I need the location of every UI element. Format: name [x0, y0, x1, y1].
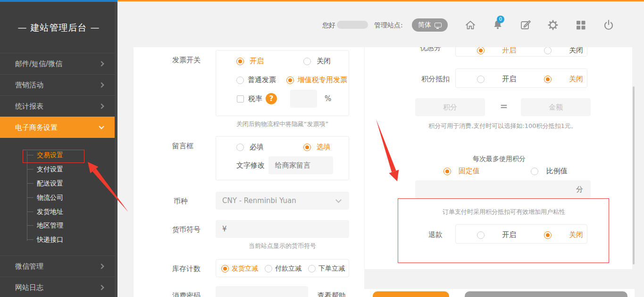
max-points-input[interactable]: 分 [415, 180, 591, 198]
invoice-off-radio[interactable] [303, 58, 311, 65]
trade-settings-form: 发票开关 开启 关闭 普通发票 增值税专用发票 税率 ? % 关闭后 [134, 47, 364, 297]
sidebar-title: — 建站管理后台 — [0, 22, 117, 34]
sidebar-subitem-shipping-address[interactable]: 发货地址 [37, 205, 63, 218]
ratio-value-label: 比例值 [546, 167, 568, 176]
sidebar-item-label: 统计报表 [15, 102, 43, 111]
currency-symbol-label: 货币符号 [172, 225, 201, 234]
points-deduct-label: 积分抵扣 [421, 75, 450, 84]
points-unit-suffix: 分 [576, 185, 583, 194]
sidebar-item-marketing[interactable]: 营销活动 [0, 74, 117, 95]
invoice-switch-label: 发票开关 [172, 56, 201, 65]
greeting-text: 您好 [322, 21, 335, 30]
ratio-value-radio[interactable] [531, 168, 538, 175]
power-icon[interactable] [602, 19, 615, 31]
help-question-icon[interactable]: ? [266, 93, 277, 104]
stock-order-radio[interactable] [308, 265, 316, 272]
points-settings-form: 优惠分 开启 关闭 积分抵扣 开启 关闭 积分 = 金额 积分可用于消费,支付时… [365, 47, 632, 269]
sidebar-item-label: 营销活动 [15, 81, 43, 90]
message-box-label: 留言框 [172, 142, 193, 151]
invoice-on-label: 开启 [250, 57, 264, 66]
equals-sign: = [497, 101, 511, 112]
sidebar-scrollbar[interactable] [115, 2, 117, 297]
save-button[interactable] [373, 291, 449, 297]
sidebar-item-mail-sms-wechat[interactable]: 邮件/短信/微信 [0, 53, 117, 74]
fixed-value-label: 固定值 [459, 167, 480, 176]
currency-value: CNY - Renminbi Yuan [222, 196, 296, 205]
points-usage-note: 积分可用于消费,支付时可以选择如:100积分抵扣1元。 [398, 122, 608, 130]
tax-rate-checkbox[interactable] [237, 95, 244, 102]
max-points-heading: 每次最多使用积分 [412, 155, 586, 163]
stock-ship-radio[interactable] [221, 265, 229, 272]
edit-icon[interactable] [519, 19, 532, 31]
message-required-radio[interactable] [236, 144, 244, 151]
chevron-right-icon [99, 82, 104, 87]
stock-option-group: 发货立减 付款立减 下单立减 [216, 259, 349, 277]
points-deduct-off-radio[interactable] [544, 76, 552, 83]
sidebar-item-label: 网站日志 [15, 283, 43, 292]
message-optional-radio[interactable] [303, 144, 311, 151]
invoice-vat-radio[interactable] [286, 76, 294, 84]
promo-on-label: 开启 [502, 47, 516, 55]
chevron-right-icon [99, 285, 104, 290]
points-deduct-on-label: 开启 [502, 75, 516, 84]
points-deduct-group: 开启 关闭 [455, 68, 587, 88]
cancel-button[interactable] [465, 291, 627, 297]
sidebar-item-label: 微信管理 [15, 262, 43, 271]
gear-icon[interactable] [547, 19, 559, 31]
sidebar-item-site-logs[interactable]: 网站日志 [0, 277, 117, 297]
currency-symbol-input[interactable]: ¥ [216, 220, 349, 238]
promo-option-group: 开启 关闭 [455, 47, 587, 57]
view-help-link[interactable]: 查看帮助 [318, 291, 346, 297]
sidebar-item-ecommerce-settings[interactable]: 电子商务设置 [0, 117, 117, 138]
sidebar-menu-bottom: 微信管理 网站日志 [0, 255, 117, 297]
message-required-label: 必填 [250, 143, 264, 152]
sidebar-menu: 邮件/短信/微信 营销活动 统计报表 电子商务设置 [0, 53, 117, 138]
currency-select[interactable]: CNY - Renminbi Yuan [216, 192, 349, 210]
sidebar-item-wechat-management[interactable]: 微信管理 [0, 255, 117, 277]
refund-label: 退款 [428, 230, 443, 239]
stock-pay-radio[interactable] [265, 265, 272, 272]
chevron-right-icon [99, 103, 104, 109]
home-icon[interactable] [464, 19, 477, 31]
chevron-down-icon [335, 197, 342, 203]
text-edit-label: 文字修改 [236, 161, 265, 170]
invoice-normal-radio[interactable] [236, 76, 244, 84]
refund-on-label: 开启 [502, 230, 516, 239]
top-strip-orange [117, 0, 644, 1]
refund-off-radio[interactable] [544, 231, 552, 239]
consume-password-label: 消费密码 [172, 291, 201, 297]
amount-input[interactable]: 金额 [521, 98, 591, 116]
points-input[interactable]: 积分 [415, 98, 485, 116]
apps-grid-icon[interactable] [575, 19, 587, 31]
promo-on-radio[interactable] [477, 47, 485, 54]
chevron-right-icon [99, 61, 104, 66]
content-scrollbar[interactable] [633, 86, 635, 264]
currency-label: 币种 [174, 197, 188, 206]
notification-badge: 0 [497, 16, 504, 23]
fixed-value-radio[interactable] [443, 168, 451, 175]
points-deduct-off-label: 关闭 [569, 75, 583, 84]
refund-on-radio[interactable] [477, 231, 485, 239]
message-text-input[interactable]: 给商家留言 [268, 156, 333, 174]
promo-off-label: 关闭 [569, 47, 583, 55]
language-switch-button[interactable]: 简体 [412, 18, 448, 32]
sidebar-subitem-logistics-company[interactable]: 物流公司 [37, 191, 63, 204]
invoice-on-radio[interactable] [236, 58, 244, 65]
refund-group: 开启 关闭 [455, 224, 587, 244]
sidebar-subitem-delivery-settings[interactable]: 配送设置 [37, 177, 63, 190]
chevron-down-icon [99, 124, 104, 129]
stock-ship-label: 发货立减 [232, 264, 258, 273]
promo-off-radio[interactable] [544, 47, 552, 54]
sidebar-subitem-express-interface[interactable]: 快递接口 [37, 233, 63, 246]
tax-rate-label: 税率 [248, 94, 262, 103]
annotation-red-box-trade-settings [23, 150, 84, 163]
tax-rate-input[interactable] [290, 90, 317, 108]
sidebar-subitem-payment-settings[interactable]: 支付设置 [37, 162, 63, 176]
sidebar-subitem-region-management[interactable]: 地区管理 [37, 219, 63, 232]
sidebar-item-statistics[interactable]: 统计报表 [0, 95, 117, 117]
points-deduct-on-radio[interactable] [477, 76, 485, 83]
consume-password-input[interactable] [216, 286, 308, 297]
message-box-group: 必填 选填 文字修改 给商家留言 [216, 136, 349, 180]
highlight-note: 订单支付时采用积分抵扣可有效增加用户粘性 [402, 208, 605, 216]
invoice-note: 关闭后购物流程中将隐藏“发票项” [216, 120, 349, 128]
